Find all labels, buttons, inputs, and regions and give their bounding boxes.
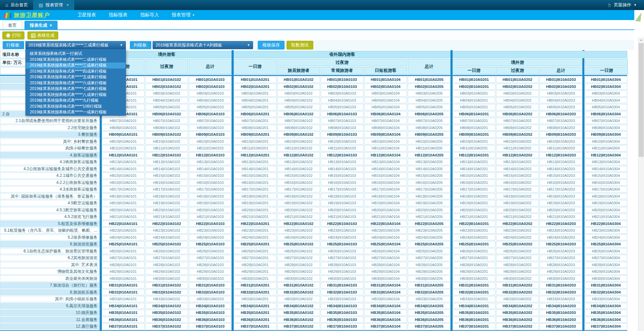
data-cell[interactable]: HB11|II10A0201	[234, 145, 276, 151]
data-cell[interactable]: HB22|II10A0205	[408, 221, 451, 227]
data-cell[interactable]: HB11|III10A0202	[496, 145, 539, 151]
data-cell[interactable]: HB35|II10A0103	[189, 310, 232, 316]
data-cell[interactable]: HB18|III10A0102	[277, 193, 320, 200]
data-cell[interactable]: HB07|III10A0104	[364, 118, 407, 124]
data-cell[interactable]: HB21|II10A0201	[234, 214, 276, 220]
data-cell[interactable]: HB28|II10A0103	[189, 262, 232, 268]
data-cell[interactable]: HB20|II10A0103	[189, 207, 232, 213]
data-cell[interactable]: HB13|III10A0201	[453, 159, 495, 165]
data-cell[interactable]: HB20|III10A0201	[453, 207, 495, 213]
data-cell[interactable]: HB20|III10A0304	[584, 207, 627, 213]
data-cell[interactable]: HB15|III10A0304	[584, 173, 627, 179]
data-cell[interactable]: HB21|III10A0304	[584, 214, 627, 220]
data-cell[interactable]: HB05|III10A0304	[584, 104, 627, 110]
save-template-button[interactable]: 模板保存	[258, 41, 285, 49]
data-cell[interactable]: HB28|II10A0205	[408, 262, 451, 268]
data-cell[interactable]: HB13|III10A0203	[540, 159, 582, 165]
generate-table-button[interactable]: 表格生成	[27, 31, 58, 39]
data-cell[interactable]: HB29|III10A0304	[584, 268, 627, 275]
data-cell[interactable]: HB27|III10A0104	[364, 255, 407, 261]
data-cell[interactable]: HB10|III10A0103	[321, 138, 364, 145]
data-cell[interactable]: HB35|II10A0101	[102, 310, 145, 316]
data-cell[interactable]: HB18|II10A0205	[408, 193, 451, 200]
data-cell[interactable]: HB21|III10A0103	[321, 214, 364, 220]
data-cell[interactable]: HB02|III10A0102	[277, 84, 320, 90]
data-cell[interactable]: HB10|II10A0205	[408, 138, 451, 145]
data-cell[interactable]: HB22|III10A0103	[321, 221, 364, 227]
data-cell[interactable]: HB08|III10A0103	[321, 125, 364, 131]
data-cell[interactable]: HB24|III10A0104	[364, 234, 407, 241]
data-cell[interactable]: HB10|III10A0203	[540, 138, 582, 145]
close-tab-icon[interactable]: ×	[67, 3, 69, 7]
data-cell[interactable]: HB22|II10A0101	[102, 221, 145, 227]
data-cell[interactable]: HB29|II10A0205	[408, 268, 451, 275]
data-cell[interactable]: HB08|II10A0205	[408, 125, 451, 131]
data-cell[interactable]: HB02|III10A0201	[453, 84, 495, 90]
data-cell[interactable]: HB08|III10A0304	[584, 125, 627, 131]
data-cell[interactable]: HB01|III10A0202	[496, 77, 539, 83]
data-cell[interactable]: HB20|III10A0202	[496, 207, 539, 213]
data-cell[interactable]: HB36|III10A0203	[540, 317, 582, 323]
data-cell[interactable]: HB30|III10A0104	[364, 275, 407, 282]
data-cell[interactable]: HB28|III10A0203	[540, 262, 582, 268]
data-cell[interactable]: HB31|III10A0102	[277, 282, 320, 289]
data-cell[interactable]: HB03|III10A0103	[321, 90, 364, 97]
menu-item-report-management[interactable]: 报表管理 ▼	[172, 12, 195, 18]
dropdown-option[interactable]: 核算系统报表格式表一行测试	[26, 51, 126, 57]
data-cell[interactable]: HB21|III10A0202	[496, 214, 539, 220]
data-cell[interactable]: HB02|III10A0202	[496, 84, 539, 90]
data-cell[interactable]: HB18|III10A0103	[321, 193, 364, 200]
data-cell[interactable]: HB09|III10A0104	[364, 131, 407, 138]
data-cell[interactable]: HB02|II10A0205	[408, 84, 451, 90]
data-cell[interactable]: HB32|II10A0201	[234, 289, 276, 296]
floating-widget[interactable]	[635, 12, 642, 22]
data-cell[interactable]: HB21|II10A0205	[408, 214, 451, 220]
data-cell[interactable]: HB24|III10A0103	[321, 234, 364, 241]
data-cell[interactable]: HB36|III10A0201	[453, 317, 495, 323]
data-cell[interactable]: HB30|III10A0201	[453, 275, 495, 282]
data-cell[interactable]: HB20|II10A0101	[102, 207, 145, 213]
data-cell[interactable]: HB12|III10A0102	[277, 152, 320, 158]
data-cell[interactable]: HB23|II10A0103	[189, 227, 232, 234]
data-cell[interactable]: HB24|III10A0102	[277, 234, 320, 241]
data-cell[interactable]: HB17|II10A0102	[145, 186, 188, 193]
data-cell[interactable]: HB01|III10A0104	[364, 77, 407, 83]
data-cell[interactable]: HB37|III10A0202	[496, 323, 539, 330]
data-cell[interactable]: HB02|II10A0102	[145, 84, 188, 90]
data-cell[interactable]: HB19|III10A0104	[364, 200, 407, 206]
data-cell[interactable]: HB10|II10A0102	[145, 138, 188, 145]
data-cell[interactable]: HB13|III10A0202	[496, 159, 539, 165]
data-cell[interactable]: HB26|III10A0103	[321, 248, 364, 254]
data-cell[interactable]: HB09|II10A0101	[102, 131, 145, 138]
data-cell[interactable]: HB32|III10A0203	[540, 289, 582, 296]
data-cell[interactable]: HB27|III10A0304	[584, 255, 627, 261]
data-cell[interactable]: HB17|II10A0103	[189, 186, 232, 193]
data-cell[interactable]: HB19|II10A0205	[408, 200, 451, 206]
data-cell[interactable]: HB11|II10A0101	[102, 145, 145, 151]
data-cell[interactable]: HB18|III10A0202	[496, 193, 539, 200]
data-cell[interactable]: HB13|II10A0103	[189, 159, 232, 165]
data-cell[interactable]: HB31|II10A0205	[408, 282, 451, 289]
data-cell[interactable]: HB30|II10A0201	[234, 275, 276, 282]
data-cell[interactable]: HB12|II10A0205	[408, 152, 451, 158]
data-cell[interactable]: HB15|III10A0102	[277, 173, 320, 179]
data-cell[interactable]: HB10|II10A0103	[189, 138, 232, 145]
data-cell[interactable]: HB30|III10A0203	[540, 275, 582, 282]
data-cell[interactable]: HB19|III10A0103	[321, 200, 364, 206]
data-cell[interactable]: HB29|II10A0101	[102, 268, 145, 275]
data-cell[interactable]: HB03|II10A0201	[234, 90, 276, 97]
data-cell[interactable]: HB27|III10A0202	[496, 255, 539, 261]
data-cell[interactable]: HB14|III10A0201	[453, 166, 495, 172]
data-cell[interactable]: HB07|III10A0304	[584, 118, 627, 124]
data-cell[interactable]: HB06|III10A0104	[364, 111, 407, 117]
data-cell[interactable]: HB26|III10A0104	[364, 248, 407, 254]
data-cell[interactable]: HB06|II10A0102	[145, 111, 188, 117]
data-cell[interactable]: HB06|III10A0304	[584, 111, 627, 117]
data-cell[interactable]: HB22|III10A0104	[364, 221, 407, 227]
data-cell[interactable]: HB02|III10A0304	[584, 84, 627, 90]
data-cell[interactable]: HB37|II10A0205	[408, 323, 451, 330]
data-cell[interactable]: HB06|III10A0202	[496, 111, 539, 117]
data-cell[interactable]: HB02|II10A0103	[189, 84, 232, 90]
data-cell[interactable]: HB14|III10A0202	[496, 166, 539, 172]
data-cell[interactable]: HB24|III10A0304	[584, 234, 627, 241]
